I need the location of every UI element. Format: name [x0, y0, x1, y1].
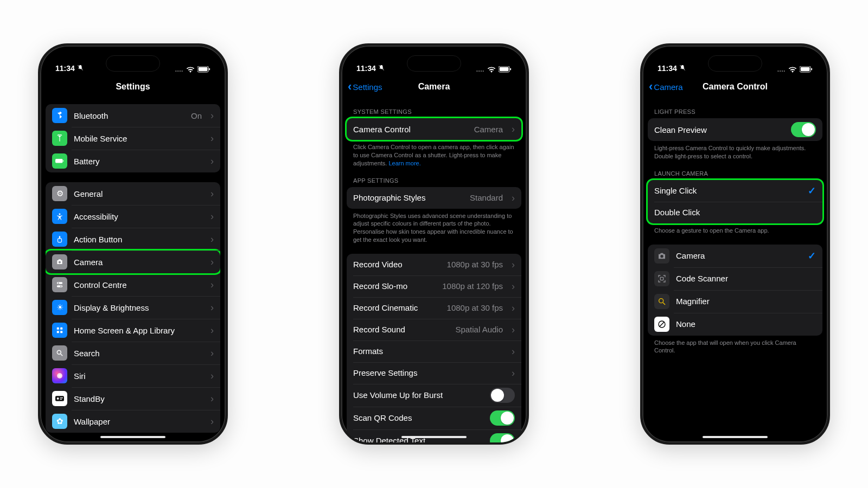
row-preserve-settings[interactable]: Preserve Settings › — [347, 362, 521, 384]
row-label: Scan QR Codes — [353, 413, 483, 422]
page-title: Camera Control — [703, 82, 768, 92]
row-photographic-styles[interactable]: Photographic Styles Standard › — [347, 187, 521, 209]
row-record-video[interactable]: Record Video 1080p at 30 fps › — [347, 254, 521, 275]
row-value: 1080p at 30 fps — [447, 260, 503, 269]
chevron-right-icon: › — [210, 303, 214, 312]
dynamic-island — [106, 55, 160, 72]
back-label: Camera — [654, 82, 682, 92]
row-general[interactable]: ⚙︎ General › — [46, 182, 220, 205]
row-app-code-scanner[interactable]: Code Scanner — [648, 267, 822, 290]
row-standby[interactable]: StandBy › — [46, 387, 220, 410]
svg-rect-27 — [510, 68, 511, 70]
row-siri[interactable]: Siri › — [46, 364, 220, 387]
svg-point-31 — [660, 255, 663, 258]
chevron-right-icon: › — [210, 280, 214, 290]
toggle[interactable] — [791, 122, 816, 137]
row-formats[interactable]: Formats › — [347, 341, 521, 362]
status-right: .... — [175, 66, 210, 73]
row-label: None — [676, 319, 816, 329]
svg-point-3 — [59, 136, 60, 137]
row-label: StandBy — [74, 394, 202, 403]
row-label: Code Scanner — [676, 274, 816, 283]
toggle[interactable] — [490, 410, 515, 426]
section-header: LIGHT PRESS — [648, 108, 822, 118]
chevron-right-icon: › — [512, 281, 515, 291]
row-mobile-service[interactable]: Mobile Service › — [46, 127, 220, 150]
chevron-right-icon: › — [210, 348, 214, 358]
row-camera[interactable]: Camera › — [46, 251, 220, 273]
svg-point-9 — [59, 261, 61, 264]
row-label: Record Cinematic — [353, 303, 441, 312]
home-indicator[interactable] — [401, 436, 467, 438]
svg-rect-32 — [660, 277, 663, 280]
svg-point-13 — [60, 286, 61, 287]
row-app-magnifier[interactable]: Magnifier — [648, 290, 822, 313]
grid-icon — [52, 323, 67, 338]
section-footer: Light-press Camera Control to quickly ma… — [648, 141, 822, 160]
row-app-camera[interactable]: Camera ✓ — [648, 245, 822, 267]
page-title: Camera — [418, 82, 450, 92]
row-search[interactable]: Search › — [46, 342, 220, 364]
siri-icon — [52, 368, 67, 383]
signal-dots-icon: .... — [476, 67, 484, 73]
row-record-cinematic[interactable]: Record Cinematic 1080p at 30 fps › — [347, 297, 521, 319]
section-footer: Click Camera Control to open a camera ap… — [347, 140, 521, 168]
row-single-click[interactable]: Single Click ✓ — [648, 180, 822, 202]
row-display-brightness[interactable]: ☀︎ Display & Brightness › — [46, 296, 220, 319]
chevron-right-icon: › — [512, 325, 515, 335]
row-volume-burst[interactable]: Use Volume Up for Burst — [347, 384, 521, 407]
section-header: LAUNCH CAMERA — [648, 170, 822, 180]
toggle[interactable] — [490, 388, 515, 403]
learn-more-link[interactable]: Learn more. — [388, 160, 420, 166]
chevron-right-icon: › — [210, 371, 214, 381]
svg-rect-1 — [199, 67, 208, 71]
check-icon: ✓ — [808, 185, 816, 197]
row-clean-preview[interactable]: Clean Preview — [648, 118, 822, 141]
svg-rect-16 — [57, 331, 59, 333]
row-bluetooth[interactable]: Bluetooth On › — [46, 104, 220, 127]
chevron-right-icon: › — [210, 416, 214, 426]
section-footer: Choose a gesture to open the Camera app. — [648, 223, 822, 235]
row-wallpaper[interactable]: ✿ Wallpaper › — [46, 410, 220, 433]
back-button[interactable]: ‹ Settings — [348, 80, 382, 94]
row-double-click[interactable]: Double Click — [648, 202, 822, 223]
svg-point-18 — [57, 350, 61, 354]
navbar: ‹ Camera Camera Control — [642, 75, 828, 99]
row-home-screen[interactable]: Home Screen & App Library › — [46, 319, 220, 342]
row-camera-control[interactable]: Camera Control Camera › — [347, 118, 521, 140]
row-accessibility[interactable]: Accessibility › — [46, 205, 220, 228]
svg-rect-7 — [59, 236, 60, 239]
row-scan-qr[interactable]: Scan QR Codes — [347, 407, 521, 429]
row-label: Use Volume Up for Burst — [353, 390, 483, 400]
row-battery[interactable]: Battery › — [46, 150, 220, 172]
section-header: APP SETTINGS — [347, 177, 521, 187]
gear-icon: ⚙︎ — [52, 186, 67, 201]
chevron-right-icon: › — [512, 260, 515, 269]
dynamic-island — [708, 55, 762, 72]
chevron-left-icon: ‹ — [348, 80, 352, 94]
row-label: Battery — [74, 157, 202, 166]
navbar: ‹ Settings Camera — [341, 75, 527, 99]
phone-camera-settings: 11:34 .... ‹ Settings Camera SYSTEM SETT… — [339, 43, 529, 445]
home-indicator[interactable] — [703, 436, 768, 438]
svg-rect-21 — [60, 397, 63, 398]
chevron-right-icon: › — [210, 394, 214, 403]
chevron-right-icon: › — [210, 189, 214, 198]
svg-point-20 — [57, 397, 59, 400]
row-label: Record Slo-mo — [353, 281, 436, 291]
wifi-icon — [186, 66, 195, 73]
row-record-sound[interactable]: Record Sound Spatial Audio › — [347, 319, 521, 341]
svg-point-6 — [59, 213, 61, 215]
row-app-none[interactable]: None — [648, 313, 822, 336]
navbar: Settings — [40, 75, 226, 99]
back-button[interactable]: ‹ Camera — [649, 80, 683, 94]
status-right: .... — [476, 66, 512, 73]
toggle[interactable] — [490, 433, 515, 442]
row-label: Display & Brightness — [74, 303, 202, 312]
home-indicator[interactable] — [100, 436, 165, 438]
row-control-centre[interactable]: Control Centre › — [46, 273, 220, 296]
status-left: 11:34 — [55, 64, 84, 73]
row-action-button[interactable]: Action Button › — [46, 228, 220, 251]
row-record-slomo[interactable]: Record Slo-mo 1080p at 120 fps › — [347, 275, 521, 297]
row-value: 1080p at 30 fps — [447, 303, 503, 312]
